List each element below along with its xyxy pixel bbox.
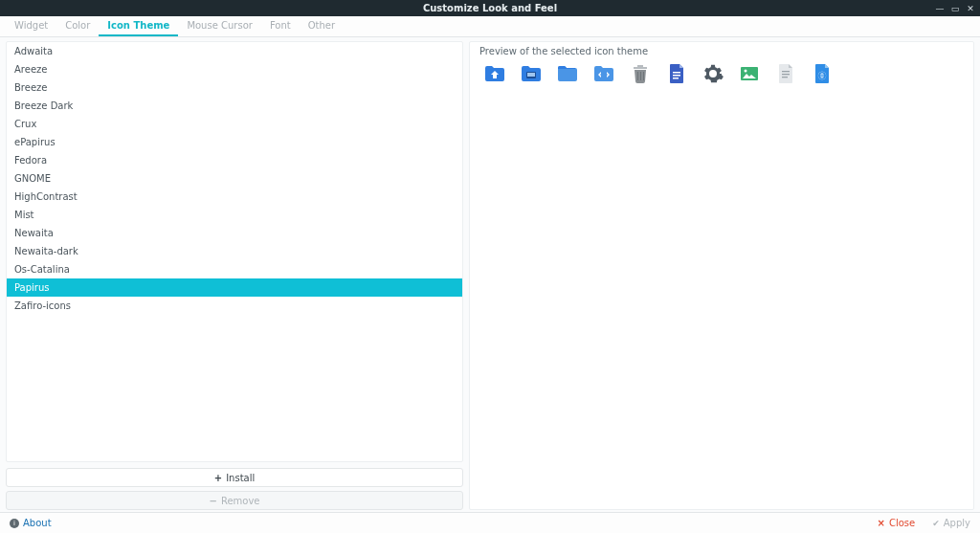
list-item-areeze[interactable]: Areeze (7, 60, 462, 78)
window-restore-button[interactable]: ▭ (949, 3, 961, 14)
svg-rect-10 (782, 77, 788, 78)
info-icon: i (10, 519, 19, 528)
preview-icon-grid (478, 62, 966, 85)
document-icon (665, 62, 688, 85)
tab-mouse-cursor[interactable]: Mouse Cursor (178, 16, 261, 36)
svg-rect-3 (673, 75, 680, 77)
list-item-highcontrast[interactable]: HighContrast (7, 188, 462, 206)
apply-button: ✔ Apply (932, 518, 970, 528)
window-controls: — ▭ ✕ (934, 3, 976, 14)
about-label: About (23, 518, 52, 528)
preview-heading: Preview of the selected icon theme (479, 46, 966, 56)
check-icon: ✔ (932, 519, 940, 528)
svg-rect-4 (673, 78, 679, 79)
list-item-os-catalina[interactable]: Os-Catalina (7, 260, 462, 278)
list-item-fedora[interactable]: Fedora (7, 151, 462, 169)
list-item-gnome[interactable]: GNOME (7, 169, 462, 188)
remove-button: − Remove (6, 491, 463, 510)
image-icon (738, 62, 761, 85)
settings-gear-icon (702, 62, 724, 85)
close-label: Close (889, 518, 915, 528)
list-item-breeze-dark[interactable]: Breeze Dark (7, 97, 462, 115)
close-x-icon: × (878, 518, 885, 528)
window-minimize-button[interactable]: — (934, 3, 946, 14)
web-file-icon (811, 62, 834, 85)
plus-icon: + (214, 473, 222, 483)
left-pane: Adwaita Areeze Breeze Breeze Dark Crux e… (6, 41, 463, 510)
home-folder-icon (483, 62, 506, 85)
list-item-zafiro[interactable]: Zafiro-icons (7, 297, 462, 315)
content-area: Adwaita Areeze Breeze Breeze Dark Crux e… (0, 37, 980, 512)
tab-other[interactable]: Other (300, 16, 344, 36)
svg-point-7 (745, 70, 747, 73)
code-folder-icon (592, 62, 615, 85)
apply-label: Apply (944, 518, 970, 528)
svg-point-5 (711, 72, 715, 76)
dialog-buttons: × Close ✔ Apply (878, 518, 970, 528)
list-item-newaita[interactable]: Newaita (7, 224, 462, 242)
install-button[interactable]: + Install (6, 468, 463, 487)
icon-theme-list[interactable]: Adwaita Areeze Breeze Breeze Dark Crux e… (6, 41, 463, 462)
list-item-mist[interactable]: Mist (7, 206, 462, 224)
tab-icon-theme[interactable]: Icon Theme (99, 16, 178, 36)
preview-pane: Preview of the selected icon theme (469, 41, 974, 510)
list-actions: + Install − Remove (6, 468, 463, 510)
list-item-papirus[interactable]: Papirus (7, 278, 462, 297)
list-item-adwaita[interactable]: Adwaita (7, 42, 462, 60)
tab-font[interactable]: Font (261, 16, 300, 36)
list-item-newaita-dark[interactable]: Newaita-dark (7, 242, 462, 260)
window-titlebar: Customize Look and Feel — ▭ ✕ (0, 0, 980, 16)
svg-rect-9 (782, 74, 790, 75)
list-item-crux[interactable]: Crux (7, 115, 462, 133)
desktop-folder-icon (520, 62, 543, 85)
window-title: Customize Look and Feel (0, 3, 980, 13)
svg-rect-1 (527, 73, 535, 77)
install-label: Install (226, 473, 255, 483)
list-item-epapirus[interactable]: ePapirus (7, 133, 462, 151)
tab-color[interactable]: Color (56, 16, 99, 36)
folder-icon (556, 62, 579, 85)
svg-rect-8 (782, 71, 790, 72)
about-button[interactable]: i About (10, 518, 52, 528)
svg-rect-2 (673, 72, 680, 74)
close-button[interactable]: × Close (878, 518, 916, 528)
tab-widget[interactable]: Widget (6, 16, 56, 36)
minus-icon: − (210, 496, 217, 506)
window-close-button[interactable]: ✕ (965, 3, 976, 14)
list-item-breeze[interactable]: Breeze (7, 78, 462, 97)
status-bar: i About × Close ✔ Apply (0, 512, 980, 533)
text-file-icon (774, 62, 797, 85)
remove-label: Remove (221, 496, 260, 506)
tab-bar: Widget Color Icon Theme Mouse Cursor Fon… (0, 16, 980, 37)
trash-icon (629, 62, 652, 85)
